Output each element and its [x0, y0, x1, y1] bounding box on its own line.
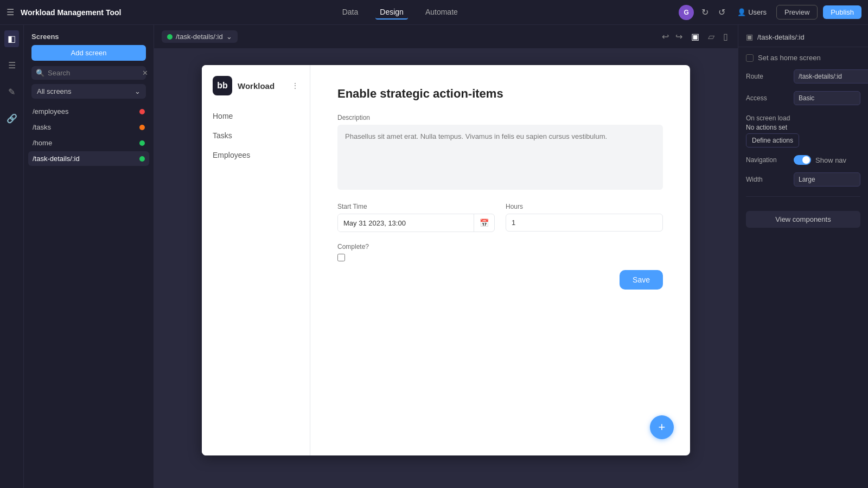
top-nav: Data Design Automate	[127, 5, 672, 20]
tablet-view-icon[interactable]: ▱	[706, 29, 717, 44]
start-time-input-wrap: 📅	[337, 214, 495, 232]
screen-item-tasks[interactable]: /tasks	[28, 120, 149, 134]
users-button[interactable]: 👤 Users	[733, 6, 771, 18]
nav-item-employees[interactable]: Employees	[202, 145, 310, 165]
on-screen-load-label: On screen load	[746, 114, 790, 122]
width-label: Width	[746, 176, 789, 183]
start-time-label: Start Time	[337, 203, 495, 210]
hours-label: Hours	[506, 203, 663, 210]
clear-icon[interactable]: ✕	[142, 69, 148, 77]
screen-item-task-details[interactable]: /task-details/:id	[28, 151, 149, 166]
navigation-label: Navigation	[746, 156, 789, 164]
desktop-view-icon[interactable]: ▣	[689, 29, 701, 44]
start-time-input[interactable]	[338, 215, 474, 232]
props-screen-name: /task-details/:id	[757, 33, 805, 41]
access-row: Access Basic Admin	[746, 91, 860, 105]
app-name-text: Workload	[238, 81, 275, 91]
chevron-down-icon: ⌄	[135, 87, 141, 95]
no-actions-text: No actions set	[746, 124, 860, 131]
canvas-area: /task-details/:id ⌄ ↩ ↪ ▣ ▱ ▯	[154, 25, 738, 488]
links-icon[interactable]: 🔗	[3, 110, 21, 127]
access-label: Access	[746, 94, 789, 102]
on-screen-load-section: On screen load No actions set Define act…	[746, 113, 860, 147]
form-title: Enable strategic action-items	[337, 87, 663, 101]
access-select-wrap: Basic Admin	[794, 91, 860, 105]
route-label: /task-details/:id	[176, 33, 223, 41]
all-screens-label: All screens	[37, 87, 72, 95]
complete-group: Complete?	[337, 243, 663, 261]
undo-icon[interactable]: ↩	[660, 29, 671, 44]
canvas-toolbar: /task-details/:id ⌄ ↩ ↪ ▣ ▱ ▯	[154, 25, 738, 49]
add-screen-button[interactable]: Add screen	[31, 45, 146, 61]
route-label: Route	[746, 73, 789, 80]
chevron-down-icon: ⌄	[226, 33, 232, 41]
hours-input[interactable]	[506, 214, 663, 232]
nav-automate[interactable]: Automate	[421, 5, 462, 20]
nav-item-tasks[interactable]: Tasks	[202, 126, 310, 145]
form-row-time-hours: Start Time 📅 Hours	[337, 203, 663, 232]
props-body: Set as home screen Route Access Basic Ad…	[738, 47, 868, 206]
screen-item-home[interactable]: /home	[28, 136, 149, 150]
app-logo-icon: bb	[213, 76, 232, 95]
main-layout: ◧ ☰ ✎ 🔗 Screens Add screen 🔍 ✕ All scree…	[0, 25, 868, 488]
screen-item-employees[interactable]: /employees	[28, 104, 149, 119]
description-textarea[interactable]	[337, 125, 663, 190]
view-components-button[interactable]: View components	[746, 211, 860, 228]
undo-redo: ↩ ↪	[660, 29, 685, 44]
width-row: Width Large Medium Small	[746, 172, 860, 187]
screen-name-tasks: /tasks	[33, 123, 51, 131]
screens-panel: Screens Add screen 🔍 ✕ All screens ⌄ /em…	[24, 25, 154, 488]
nav-data[interactable]: Data	[338, 5, 363, 20]
screens-icon[interactable]: ◧	[4, 30, 19, 47]
set-as-home-row: Set as home screen	[746, 54, 860, 62]
define-actions-button[interactable]: Define actions	[746, 133, 799, 147]
mobile-view-icon[interactable]: ▯	[721, 29, 730, 44]
fab-button[interactable]: +	[650, 415, 674, 439]
app-logo: Workload Management Tool	[21, 8, 121, 17]
screen-dot-employees	[139, 109, 145, 114]
nav-design[interactable]: Design	[375, 5, 408, 20]
search-box: 🔍 ✕	[31, 66, 146, 80]
components-icon[interactable]: ☰	[5, 57, 19, 74]
hamburger-icon[interactable]: ☰	[7, 7, 14, 17]
screen-dot-tasks	[139, 125, 145, 130]
show-nav-toggle[interactable]	[794, 155, 811, 165]
search-icon: 🔍	[36, 69, 44, 77]
app-nav-dots[interactable]: ⋮	[291, 81, 299, 90]
search-input[interactable]	[48, 69, 139, 77]
screen-list: /employees /tasks /home /task-details/:i…	[24, 104, 154, 166]
publish-button[interactable]: Publish	[823, 5, 861, 19]
theme-icon[interactable]: ✎	[5, 84, 18, 100]
show-nav-label: Show nav	[815, 156, 846, 164]
width-select-wrap: Large Medium Small	[794, 172, 860, 187]
screen-dot-home	[139, 140, 145, 146]
users-icon: 👤	[737, 8, 746, 16]
app-preview: bb Workload ⋮ Home Tasks Employees Enabl…	[202, 65, 690, 455]
icon-sidebar: ◧ ☰ ✎ 🔗	[0, 25, 24, 488]
app-content: Enable strategic action-items Descriptio…	[310, 65, 690, 455]
route-badge[interactable]: /task-details/:id ⌄	[162, 30, 238, 43]
hours-group: Hours	[506, 203, 663, 232]
redo-icon[interactable]: ↺	[716, 5, 727, 20]
nav-item-home[interactable]: Home	[202, 106, 310, 126]
users-label: Users	[748, 8, 767, 16]
set-as-home-checkbox[interactable]	[746, 54, 754, 62]
preview-button[interactable]: Preview	[776, 5, 818, 20]
access-select[interactable]: Basic Admin	[794, 91, 860, 105]
route-input[interactable]	[794, 69, 868, 84]
screens-title: Screens	[24, 25, 154, 45]
logo-text: bb	[217, 81, 228, 91]
width-select[interactable]: Large Medium Small	[794, 172, 860, 187]
redo-icon[interactable]: ↪	[673, 29, 685, 44]
save-button[interactable]: Save	[620, 270, 663, 290]
topbar-right: G ↻ ↺ 👤 Users Preview Publish	[679, 5, 861, 20]
save-row: Save	[337, 270, 663, 290]
calendar-icon[interactable]: 📅	[474, 214, 494, 232]
complete-label: Complete?	[337, 243, 663, 251]
start-time-group: Start Time 📅	[337, 203, 495, 232]
all-screens-dropdown[interactable]: All screens ⌄	[31, 84, 146, 99]
undo-icon[interactable]: ↻	[699, 5, 711, 20]
canvas-scroll: bb Workload ⋮ Home Tasks Employees Enabl…	[154, 49, 738, 488]
complete-checkbox[interactable]	[337, 254, 345, 261]
screen-name-task-details: /task-details/:id	[33, 155, 80, 163]
